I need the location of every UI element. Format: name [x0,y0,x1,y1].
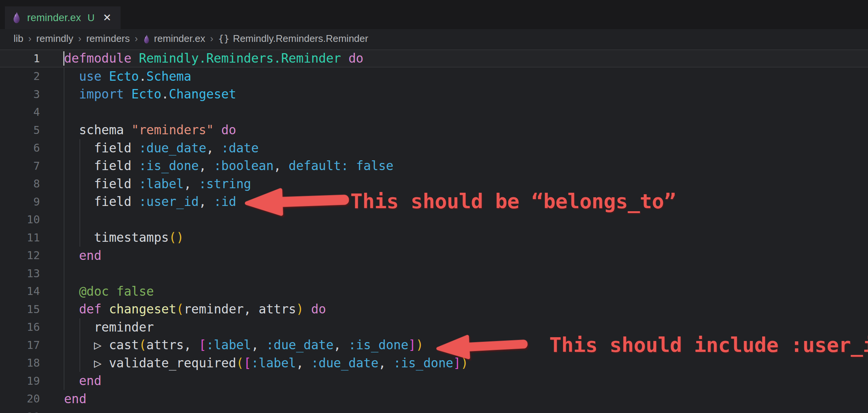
line-number: 17 [0,339,40,352]
code-editor[interactable]: 1defmodule Remindly.Reminders.Reminder d… [0,48,868,411]
code-text: field :user_id, :id [64,194,236,209]
token-atom: :label [139,177,184,191]
indent-guide [79,318,80,372]
token-txt [64,248,79,263]
token-paren: ( [236,356,244,370]
indent-guide [79,139,80,247]
code-line-21[interactable]: 21 [0,408,868,413]
token-atom: :id [214,194,236,209]
token-txt [64,302,79,316]
code-text: schema "reminders" do [64,123,236,137]
code-line-13[interactable]: 13 [0,264,868,282]
token-txt: validate_required [101,356,236,370]
line-number: 4 [0,106,40,118]
breadcrumb-separator: › [135,33,138,44]
line-number: 6 [0,141,40,154]
breadcrumb-item-reminders[interactable]: reminders [86,33,130,45]
token-atom: :label [251,356,296,370]
breadcrumb-separator: › [28,33,31,44]
code-line-19[interactable]: 19 end [0,372,868,390]
code-line-11[interactable]: 11 timestamps() [0,229,868,247]
line-number: 13 [0,267,40,280]
token-txt: cast [101,338,139,352]
code-line-1[interactable]: 1defmodule Remindly.Reminders.Reminder d… [0,49,868,68]
token-atom: :date [221,141,258,155]
token-atom: :due_date [139,141,206,155]
token-txt: field [64,158,139,173]
token-atom: :is_done [139,158,199,173]
token-str: "reminders" [131,123,214,137]
token-txt: , [379,356,394,370]
code-text: ▷ cast(attrs, [:label, :due_date, :is_do… [64,338,423,352]
token-mod: Changeset [169,87,236,101]
breadcrumb-item-lib[interactable]: lib [14,33,23,45]
code-text: use Ecto.Schema [64,69,191,84]
token-txt [214,123,221,137]
token-txt: , [296,356,311,370]
annotation-arrow-belongs-to [242,182,353,221]
token-txt [131,51,139,66]
breadcrumb-item-symbol[interactable]: Remindly.Reminders.Reminder [233,33,368,45]
token-pipe: ▷ [94,338,101,352]
line-number: 8 [0,177,40,190]
symbol-braces-icon: {} [218,33,229,44]
breadcrumb-separator: › [210,33,213,44]
token-paren: ) [416,338,423,352]
token-kw: end [64,392,87,406]
token-kw: end [79,248,102,263]
token-paren: () [169,230,184,245]
line-number: 7 [0,160,40,172]
token-atom: :user_id [139,194,199,209]
line-number: 5 [0,124,40,137]
code-text: reminder [64,320,154,335]
code-text: end [64,392,87,406]
code-line-12[interactable]: 12 end [0,247,868,265]
breadcrumb-item-remindly[interactable]: remindly [36,33,73,45]
text-cursor [63,51,64,66]
code-line-2[interactable]: 2 use Ecto.Schema [0,68,868,86]
token-txt [64,356,94,370]
token-bracket: [ [244,356,251,370]
token-txt [101,302,109,316]
indent-guide [64,68,64,390]
token-txt [64,87,79,101]
token-atom: :label [206,338,251,352]
code-line-10[interactable]: 10 [0,211,868,229]
line-number: 12 [0,249,40,262]
code-line-5[interactable]: 5 schema "reminders" do [0,121,868,139]
token-paren: ) [296,302,304,316]
git-status-badge: U [87,12,95,24]
code-line-15[interactable]: 15 def changeset(reminder, attrs) do [0,300,868,318]
token-txt [64,373,79,388]
code-line-14[interactable]: 14 @doc false [0,282,868,301]
token-attr: @doc false [79,284,154,299]
code-line-4[interactable]: 4 [0,103,868,121]
editor-tab-reminder-ex[interactable]: reminder.ex U ✕ [5,6,121,29]
line-number: 10 [0,213,40,226]
tab-close-icon[interactable]: ✕ [103,13,112,23]
line-number: 21 [0,410,40,413]
annotation-arrow-user-id [432,329,533,364]
elixir-file-icon [143,34,150,44]
code-line-20[interactable]: 20end [0,390,868,408]
token-mod: Schema [147,69,191,84]
token-txt: , [206,141,222,155]
code-line-6[interactable]: 6 field :due_date, :date [0,139,868,157]
breadcrumb-item-file[interactable]: reminder.ex [154,33,205,45]
line-number: 20 [0,392,40,405]
token-txt: reminder [64,320,154,335]
line-number: 1 [0,52,40,65]
token-txt [304,302,311,316]
code-text: defmodule Remindly.Reminders.Reminder do [64,51,364,66]
line-number: 2 [0,70,40,83]
code-line-3[interactable]: 3 import Ecto.Changeset [0,85,868,103]
token-mod: Ecto [131,87,161,101]
token-atom: :is_done [348,338,408,352]
token-fn: changeset [109,302,176,316]
token-txt [124,87,131,101]
token-kw: end [79,373,102,388]
code-line-7[interactable]: 7 field :is_done, :boolean, default: fal… [0,157,868,175]
token-txt: field [64,141,139,155]
token-bracket: ] [408,338,416,352]
token-kw2: import [79,87,124,101]
